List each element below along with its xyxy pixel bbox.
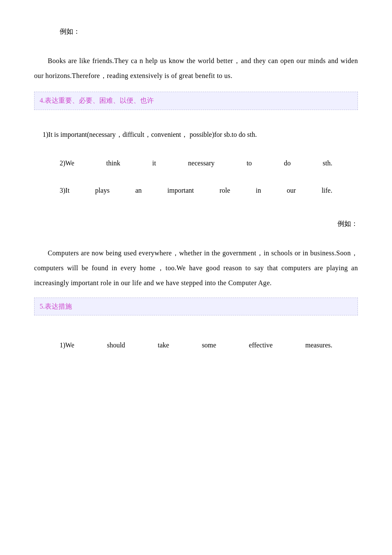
item-4-2-sth: sth. — [323, 155, 332, 172]
item-4-2-it: it — [152, 155, 156, 172]
item-5-1-some: some — [202, 337, 216, 354]
item-4-3-plays: plays — [95, 182, 110, 199]
item-4-1: 1)It is important(necessary，difficult，co… — [43, 127, 358, 142]
item-4-2-necessary: necessary — [188, 155, 214, 172]
item-4-3: 3)It plays an important role in our life… — [34, 182, 358, 199]
item-4-3-an: an — [135, 182, 141, 199]
example-label-1: 例如： — [60, 26, 358, 38]
item-5-1-should: should — [107, 337, 125, 354]
paragraph-2: Computers are now being used everywhere，… — [34, 246, 358, 291]
item-4-3-in: in — [256, 182, 261, 199]
section-4-header: 4.表达重要、必要、困难、以便、也许 — [34, 92, 358, 110]
item-5-1: 1)We should take some effective measures… — [34, 337, 358, 354]
item-5-1-prefix: 1)We — [60, 337, 74, 354]
example-label-2: 例如： — [34, 218, 358, 230]
item-5-1-take: take — [158, 337, 169, 354]
item-4-3-our: our — [287, 182, 296, 199]
item-5-1-effective: effective — [249, 337, 273, 354]
paragraph-1: Books are like friends.They ca n help us… — [34, 53, 358, 83]
item-4-3-life: life. — [322, 182, 332, 199]
item-4-2-to: to — [247, 155, 252, 172]
item-4-2-prefix: 2)We — [60, 155, 74, 172]
item-4-3-important: important — [167, 182, 194, 199]
item-4-3-role: role — [219, 182, 230, 199]
item-4-2-think: think — [106, 155, 120, 172]
item-4-3-prefix: 3)It — [60, 182, 69, 199]
item-4-2-do: do — [284, 155, 291, 172]
item-4-2: 2)We think it necessary to do sth. — [34, 155, 358, 172]
item-5-1-measures: measures. — [305, 337, 332, 354]
section-5-header: 5.表达措施 — [34, 298, 358, 316]
